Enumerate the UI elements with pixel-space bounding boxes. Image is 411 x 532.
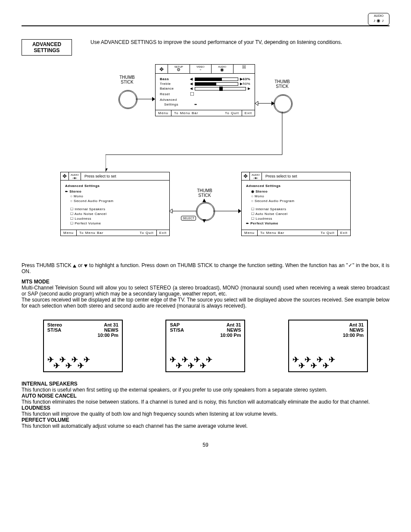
intro-text: Use ADVANCED SETTINGS to improve the sou… xyxy=(90,39,389,45)
svg-marker-4 xyxy=(271,101,274,106)
select-badge: SELECT xyxy=(181,216,196,221)
osd-advanced-left: ✥ AUDIO♪◉♪ Press select to set Advanced … xyxy=(60,172,170,236)
osd-examples: StereoAnt 31ST/SANEWS10:00 Pm✈ ✈ ✈ ✈✈ ✈ … xyxy=(22,320,389,372)
svg-marker-10 xyxy=(202,199,206,202)
page-number: 59 xyxy=(22,442,389,448)
thumbstick-icon xyxy=(274,94,293,113)
osd-advanced-right: ✥ AUDIO♪◉♪ Press select to set Advanced … xyxy=(241,172,351,236)
svg-marker-1 xyxy=(152,97,155,101)
thumbstick-instruction: Press THUMB STICK or to highlight a func… xyxy=(22,262,389,274)
thumbstick-label-left-top: THUMB STICK xyxy=(114,75,140,84)
thumbstick-label-middle: THUMB STICK xyxy=(192,188,218,198)
mts-mode-section: MTS MODE Multi-Channel Television Sound … xyxy=(22,279,389,309)
svg-marker-5 xyxy=(106,168,108,172)
menu-diagram: ✥ SETUP⚙ VIDEO▫ AUDIO◉ ☒ Bass◀▶ 63%Trebl… xyxy=(22,60,389,258)
svg-marker-3 xyxy=(255,101,258,106)
feature-descriptions: INTERNAL SPEAKERSThis function is useful… xyxy=(22,381,389,429)
osd-main: ✥ SETUP⚙ VIDEO▫ AUDIO◉ ☒ Bass◀▶ 63%Trebl… xyxy=(155,64,255,116)
thumbstick-label-right-top: THUMB STICK xyxy=(269,79,295,89)
svg-marker-11 xyxy=(202,219,206,223)
thumbstick-icon xyxy=(118,90,137,109)
svg-marker-9 xyxy=(238,209,241,213)
advanced-settings-title: ADVANCED SETTINGS xyxy=(22,39,72,56)
svg-marker-7 xyxy=(169,209,172,213)
audio-header-icon: AUDIO ♪ ◉ ♪ xyxy=(368,13,389,25)
